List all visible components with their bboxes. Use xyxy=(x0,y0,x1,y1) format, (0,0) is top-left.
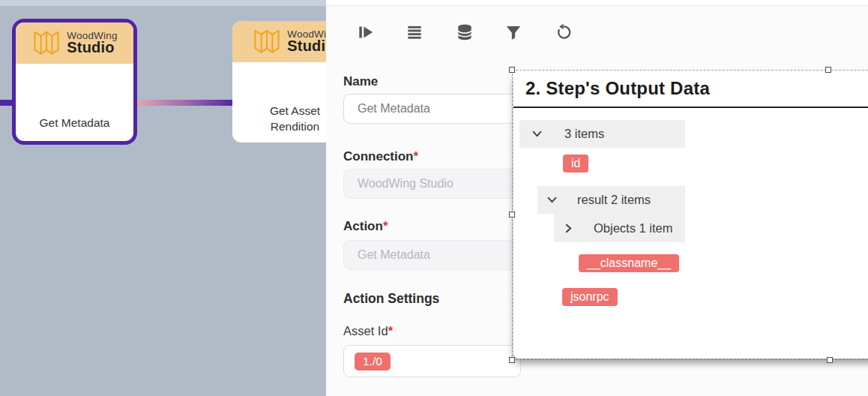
name-label: Name xyxy=(343,74,378,89)
database-icon[interactable] xyxy=(455,22,474,42)
panel-top-border xyxy=(326,0,868,6)
incoming-edge xyxy=(0,100,13,106)
filter-icon[interactable] xyxy=(504,22,523,42)
required-asterisk: * xyxy=(383,219,388,233)
node-header: WoodWing Studio xyxy=(16,22,133,64)
resize-handle-top-mid[interactable] xyxy=(825,67,831,73)
name-input[interactable]: Get Metadata xyxy=(343,94,521,124)
node-label: Get Asset Rendition xyxy=(232,104,326,135)
list-icon[interactable] xyxy=(405,22,424,42)
resize-handle-bottom-mid[interactable] xyxy=(827,357,833,363)
tree-node-label: Objects 1 item xyxy=(594,221,672,236)
node-get-asset-rendition[interactable]: WoodWing Studio Get Asset Rendition xyxy=(232,21,326,142)
tree-node-root[interactable]: 3 items xyxy=(519,120,685,148)
tree-node-label: result 2 items xyxy=(577,193,651,207)
required-asterisk: * xyxy=(388,324,393,338)
resize-handle-bottom-left[interactable] xyxy=(509,357,515,363)
required-asterisk: * xyxy=(414,149,419,164)
chevron-right-icon xyxy=(563,223,574,234)
asset-id-input[interactable]: 1./0 xyxy=(343,345,521,377)
workflow-canvas[interactable]: WoodWing Studio Get Metadata WoodWing St… xyxy=(0,0,326,396)
brand-product: Studio xyxy=(287,38,326,55)
resume-icon[interactable] xyxy=(356,22,376,42)
action-input: Get Metadata xyxy=(343,240,521,270)
action-settings-heading: Action Settings xyxy=(343,291,439,307)
dialog-title: 2. Step's Output Data xyxy=(525,78,710,99)
tree-node-objects[interactable]: Objects 1 item xyxy=(554,214,685,242)
asset-id-token-chip[interactable]: 1./0 xyxy=(355,352,391,370)
woodwing-logo-icon xyxy=(31,28,61,58)
undo-icon[interactable] xyxy=(554,22,573,42)
resize-handle-top-left[interactable] xyxy=(509,67,515,73)
node-get-metadata[interactable]: WoodWing Studio Get Metadata xyxy=(12,19,137,145)
resize-handle-left-mid[interactable] xyxy=(509,212,515,218)
chevron-down-icon xyxy=(531,128,543,140)
tree-field-jsonrpc[interactable]: jsonrpc xyxy=(562,288,618,306)
connection-label: Connection* xyxy=(343,149,418,164)
tree-field-id[interactable]: id xyxy=(563,154,588,172)
canvas-top-strip xyxy=(0,0,326,6)
name-input-value: Get Metadata xyxy=(358,102,430,116)
brand-product: Studio xyxy=(67,39,114,56)
node-header: WoodWing Studio xyxy=(232,21,326,62)
field-chip[interactable]: jsonrpc xyxy=(562,288,618,306)
node-label: Get Metadata xyxy=(16,116,133,131)
woodwing-logo-icon xyxy=(252,27,282,57)
connection-input: WoodWing Studio xyxy=(343,169,521,199)
tree-field-classname[interactable]: __classname__ xyxy=(579,254,679,272)
tree-node-result[interactable]: result 2 items xyxy=(537,186,685,214)
field-chip[interactable]: id xyxy=(563,154,588,172)
dialog-title-divider xyxy=(513,106,868,108)
edge-get-metadata-to-get-asset-rendition[interactable] xyxy=(137,100,232,106)
chevron-down-icon xyxy=(546,194,558,206)
asset-id-label: Asset Id* xyxy=(343,324,393,338)
step-output-data-dialog[interactable]: 2. Step's Output Data 3 items id result … xyxy=(513,71,868,358)
tree-node-label: 3 items xyxy=(564,127,604,141)
connection-placeholder: WoodWing Studio xyxy=(358,177,453,190)
action-placeholder: Get Metadata xyxy=(358,248,430,262)
field-chip[interactable]: __classname__ xyxy=(579,254,679,272)
action-label: Action* xyxy=(343,219,388,234)
